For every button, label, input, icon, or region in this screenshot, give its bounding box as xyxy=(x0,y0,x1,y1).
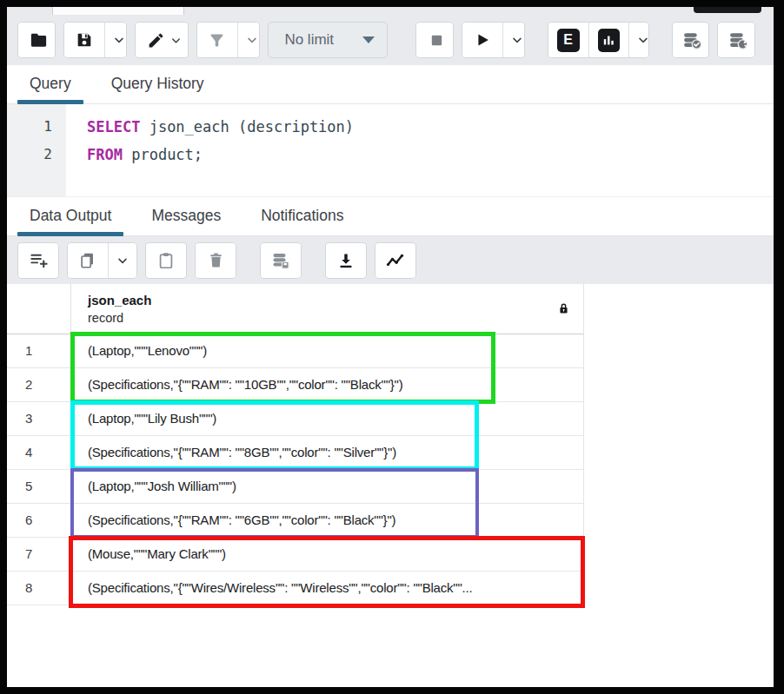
delete-button[interactable] xyxy=(196,243,236,278)
paste-clipboard-icon xyxy=(156,251,176,270)
output-toolbar xyxy=(7,236,774,284)
stop-icon xyxy=(428,31,446,50)
editor-line-gutter: 1 2 xyxy=(7,104,66,196)
filter-dropdown-button[interactable] xyxy=(237,23,261,57)
sql-text: json_each (description) xyxy=(140,118,354,135)
row-value[interactable]: (Laptop,"""Lenovo""") xyxy=(71,334,584,367)
screenshot-frame: No limit xyxy=(0,0,784,694)
tab-query-history[interactable]: Query History xyxy=(99,66,216,103)
stop-button[interactable] xyxy=(416,23,454,57)
table-row[interactable]: 2 (Specifications,"{""RAM"": ""10GB"",""… xyxy=(7,368,583,402)
trash-icon xyxy=(207,251,225,269)
chevron-down-icon xyxy=(245,33,259,47)
rollback-button[interactable] xyxy=(718,23,755,57)
row-number: 5 xyxy=(7,470,71,503)
filter-funnel-icon xyxy=(208,31,226,50)
copy-dropdown-button[interactable] xyxy=(108,243,136,278)
add-row-group xyxy=(17,242,59,279)
row-value[interactable]: (Specifications,"{""RAM"": ""6GB"",""col… xyxy=(71,504,584,537)
transaction-group xyxy=(672,22,710,58)
lock-icon xyxy=(557,301,570,320)
row-value[interactable]: (Specifications,"{""Wires/Wireless"": ""… xyxy=(71,572,584,605)
filter-group xyxy=(196,22,261,58)
data-output-grid: json_each record 1 (Laptop,"""Lenovo""")… xyxy=(7,284,774,687)
chevron-down-icon xyxy=(510,33,524,47)
paste-group xyxy=(145,242,187,279)
save-data-group xyxy=(260,242,302,279)
table-row[interactable]: 5 (Laptop,"""Josh William""") xyxy=(7,470,583,504)
row-number: 8 xyxy=(7,572,71,605)
copy-group xyxy=(67,242,137,279)
tab-query[interactable]: Query xyxy=(17,66,83,103)
row-value[interactable]: (Specifications,"{""RAM"": ""8GB"",""col… xyxy=(71,436,584,469)
save-group xyxy=(63,22,128,58)
explain-button[interactable]: E xyxy=(548,23,588,57)
column-type: record xyxy=(88,309,584,327)
table-row[interactable]: 1 (Laptop,"""Lenovo""") xyxy=(7,334,583,368)
column-header-json-each[interactable]: json_each record xyxy=(71,284,584,334)
graph-group xyxy=(375,242,416,279)
editor-tabbar: Query Query History xyxy=(7,65,774,104)
edit-dropdown-button[interactable] xyxy=(136,23,189,57)
folder-icon xyxy=(29,30,49,50)
chevron-down-icon xyxy=(112,33,126,47)
table-row[interactable]: 8 (Specifications,"{""Wires/Wireless"": … xyxy=(7,572,583,605)
table-row[interactable]: 4 (Specifications,"{""RAM"": ""8GB"",""c… xyxy=(7,436,583,470)
open-file-button[interactable] xyxy=(18,23,56,57)
table-row[interactable]: 6 (Specifications,"{""RAM"": ""6GB"",""c… xyxy=(7,504,583,538)
open-file-group xyxy=(17,22,56,58)
cropped-top-strip xyxy=(7,7,774,15)
sql-editor[interactable]: 1 2 SELECT json_each (description) FROM … xyxy=(7,104,774,196)
row-number: 6 xyxy=(7,504,71,537)
commit-button[interactable] xyxy=(673,23,710,57)
paste-button[interactable] xyxy=(146,243,186,278)
cropped-dark-remnant xyxy=(694,7,761,13)
commit-db-icon xyxy=(681,30,703,51)
row-number: 3 xyxy=(7,402,71,435)
execute-button[interactable] xyxy=(462,23,502,57)
chevron-down-icon xyxy=(636,33,650,47)
explain-icon: E xyxy=(557,29,580,52)
download-group xyxy=(325,242,367,279)
download-button[interactable] xyxy=(326,243,366,278)
row-value[interactable]: (Laptop,"""Lily Bush""") xyxy=(71,402,584,435)
row-limit-value: No limit xyxy=(284,31,334,49)
execute-dropdown-button[interactable] xyxy=(502,23,526,57)
editor-code-area[interactable]: SELECT json_each (description) FROM prod… xyxy=(66,104,774,196)
table-row[interactable]: 3 (Laptop,"""Lily Bush""") xyxy=(7,402,583,436)
tab-data-output[interactable]: Data Output xyxy=(17,198,123,235)
row-value[interactable]: (Specifications,"{""RAM"": ""10GB"",""co… xyxy=(71,368,584,401)
copy-icon xyxy=(78,251,97,270)
filter-button[interactable] xyxy=(197,23,237,57)
line-number: 2 xyxy=(7,141,66,169)
result-table-header[interactable]: json_each record xyxy=(7,284,583,334)
sql-line-1: SELECT json_each (description) xyxy=(87,113,774,141)
sql-keyword: FROM xyxy=(87,146,123,163)
play-icon xyxy=(473,30,492,50)
tab-messages[interactable]: Messages xyxy=(139,198,233,235)
cropped-tab-remnant xyxy=(52,7,184,15)
save-dropdown-button[interactable] xyxy=(104,23,128,57)
tab-notifications[interactable]: Notifications xyxy=(249,198,355,235)
edit-pencil-icon xyxy=(147,31,165,50)
explain-analyze-button[interactable] xyxy=(588,23,628,57)
row-number: 4 xyxy=(7,436,71,469)
sql-text: product; xyxy=(123,146,203,163)
save-data-button[interactable] xyxy=(261,243,301,278)
chevron-down-icon xyxy=(116,254,130,268)
row-limit-select[interactable]: No limit xyxy=(268,22,387,58)
add-row-button[interactable] xyxy=(18,243,58,278)
save-button[interactable] xyxy=(64,23,104,57)
query-toolbar: No limit xyxy=(7,15,774,65)
graph-line-icon xyxy=(385,250,406,271)
copy-button[interactable] xyxy=(68,243,108,278)
sql-line-2: FROM product; xyxy=(87,141,774,169)
chevron-down-icon xyxy=(169,34,183,47)
graph-visualiser-button[interactable] xyxy=(375,243,415,278)
row-number: 2 xyxy=(7,368,71,401)
row-value[interactable]: (Mouse,"""Mary Clark""") xyxy=(71,538,584,571)
explain-dropdown-button[interactable] xyxy=(628,23,650,57)
table-row[interactable]: 7 (Mouse,"""Mary Clark""") xyxy=(7,538,583,572)
row-value[interactable]: (Laptop,"""Josh William""") xyxy=(71,470,584,503)
add-row-icon xyxy=(29,250,49,270)
